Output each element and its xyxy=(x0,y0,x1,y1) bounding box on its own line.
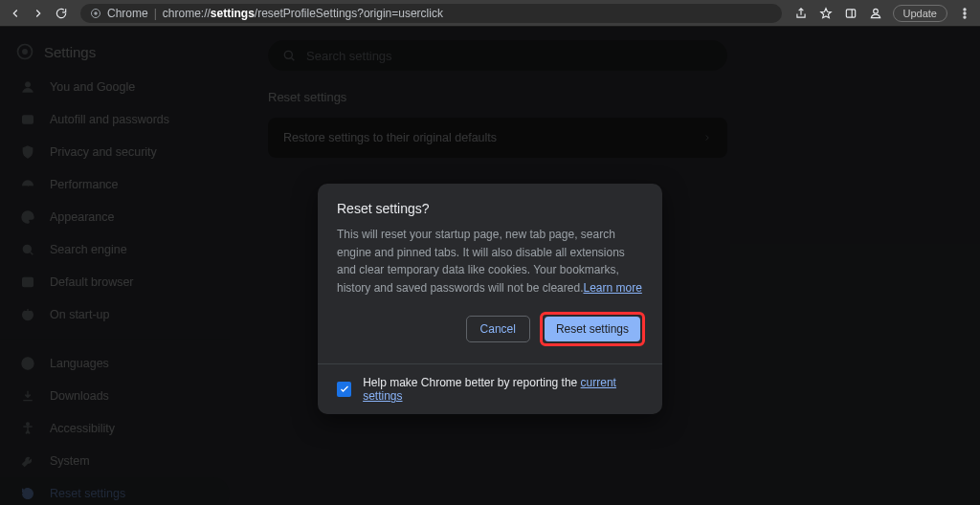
dialog-actions: Cancel Reset settings xyxy=(318,296,662,363)
svg-point-3 xyxy=(873,9,878,13)
speed-icon xyxy=(19,176,36,193)
dialog-body: This will reset your startup page, new t… xyxy=(318,226,662,296)
svg-point-6 xyxy=(964,16,966,18)
report-checkbox[interactable] xyxy=(337,382,351,397)
sidebar-item-languages[interactable]: Languages xyxy=(0,347,230,380)
search-icon xyxy=(281,48,297,63)
wrench-icon xyxy=(19,452,36,470)
sidebar: Settings You and Google Autofill and pas… xyxy=(0,27,230,505)
sidebar-item-search-engine[interactable]: Search engine xyxy=(0,233,230,266)
dialog-title: Reset settings? xyxy=(318,184,662,226)
learn-more-link[interactable]: Learn more xyxy=(583,281,641,295)
svg-point-4 xyxy=(964,8,966,10)
sidebar-item-label: Accessibility xyxy=(50,422,115,435)
svg-point-1 xyxy=(94,11,98,15)
svg-point-5 xyxy=(964,11,966,13)
profile-icon[interactable] xyxy=(868,6,883,21)
svg-point-11 xyxy=(23,245,31,252)
svg-point-8 xyxy=(22,49,28,55)
sidebar-item-performance[interactable]: Performance xyxy=(0,168,230,201)
svg-point-14 xyxy=(27,423,30,426)
sidebar-item-label: Autofill and passwords xyxy=(50,113,169,126)
svg-point-9 xyxy=(25,82,30,87)
browser-icon xyxy=(19,274,36,291)
chrome-logo-icon xyxy=(90,8,101,19)
paint-icon xyxy=(19,209,36,226)
star-icon[interactable] xyxy=(818,6,834,21)
search-input[interactable]: Search settings xyxy=(268,40,727,71)
sidebar-item-label: Reset settings xyxy=(50,487,125,500)
svg-rect-2 xyxy=(846,9,855,16)
download-icon xyxy=(19,387,36,405)
sidebar-item-downloads[interactable]: Downloads xyxy=(0,380,230,412)
sidebar-item-label: Search engine xyxy=(50,243,127,256)
person-icon xyxy=(19,78,36,96)
sidebar-item-label: Privacy and security xyxy=(50,145,157,159)
address-bar[interactable]: Chrome | chrome://settings/resetProfileS… xyxy=(80,4,782,23)
sidebar-item-you-and-google[interactable]: You and Google xyxy=(0,71,230,103)
reset-highlight: Reset settings xyxy=(540,312,645,346)
shield-icon xyxy=(19,143,36,161)
section-title: Reset settings xyxy=(268,90,942,104)
sidebar-item-system[interactable]: System xyxy=(0,445,230,477)
browser-toolbar: Chrome | chrome://settings/resetProfileS… xyxy=(0,0,980,27)
chrome-icon xyxy=(15,42,34,61)
sidebar-item-appearance[interactable]: Appearance xyxy=(0,201,230,233)
sidebar-item-on-startup[interactable]: On start-up xyxy=(0,298,230,331)
sidebar-item-privacy[interactable]: Privacy and security xyxy=(0,136,230,168)
sidebar-item-label: Appearance xyxy=(50,210,114,224)
row-label: Restore settings to their original defau… xyxy=(283,131,497,144)
svg-point-17 xyxy=(284,51,292,58)
sidebar-item-label: Performance xyxy=(50,178,119,191)
search-icon xyxy=(19,241,36,258)
sidebar-item-label: On start-up xyxy=(50,308,110,321)
sidebar-item-default-browser[interactable]: Default browser xyxy=(0,266,230,298)
dialog-footer: Help make Chrome better by reporting the… xyxy=(318,363,662,414)
reset-icon xyxy=(19,485,36,502)
sidebar-item-label: Languages xyxy=(50,357,109,370)
autofill-icon xyxy=(19,111,36,128)
menu-icon[interactable] xyxy=(957,6,972,21)
globe-icon xyxy=(19,355,36,372)
reset-settings-button[interactable]: Reset settings xyxy=(545,317,640,341)
sidebar-item-reset-settings[interactable]: Reset settings xyxy=(0,477,230,505)
url-text: chrome://settings/resetProfileSettings?o… xyxy=(163,7,443,20)
page-title: Settings xyxy=(44,44,96,60)
restore-defaults-row[interactable]: Restore settings to their original defau… xyxy=(268,118,727,158)
footer-text: Help make Chrome better by reporting the… xyxy=(363,376,643,403)
svg-rect-12 xyxy=(23,277,33,286)
accessibility-icon xyxy=(19,420,36,437)
sidebar-item-label: Downloads xyxy=(50,389,109,403)
sidebar-item-autofill[interactable]: Autofill and passwords xyxy=(0,103,230,136)
nav-group-2: Languages Downloads Accessibility System… xyxy=(0,347,230,505)
update-button[interactable]: Update xyxy=(893,5,947,22)
nav-group-1: You and Google Autofill and passwords Pr… xyxy=(0,71,230,331)
back-icon[interactable] xyxy=(8,6,23,21)
check-icon xyxy=(339,384,350,395)
share-icon[interactable] xyxy=(793,6,809,21)
panel-icon[interactable] xyxy=(843,6,858,21)
sidebar-item-accessibility[interactable]: Accessibility xyxy=(0,412,230,445)
power-icon xyxy=(19,306,36,323)
sidebar-item-label: Default browser xyxy=(50,275,134,289)
chevron-right-icon xyxy=(702,133,712,143)
sidebar-item-label: System xyxy=(50,454,90,468)
nav-separator xyxy=(0,339,230,340)
search-placeholder: Search settings xyxy=(306,49,392,63)
chrome-label: Chrome xyxy=(107,7,148,20)
forward-icon[interactable] xyxy=(31,6,46,21)
sidebar-item-label: You and Google xyxy=(50,80,135,94)
settings-header: Settings xyxy=(0,33,230,71)
reset-settings-dialog: Reset settings? This will reset your sta… xyxy=(318,184,662,414)
cancel-button[interactable]: Cancel xyxy=(466,316,530,342)
toolbar-right: Update xyxy=(793,5,972,22)
reload-icon[interactable] xyxy=(54,6,69,21)
